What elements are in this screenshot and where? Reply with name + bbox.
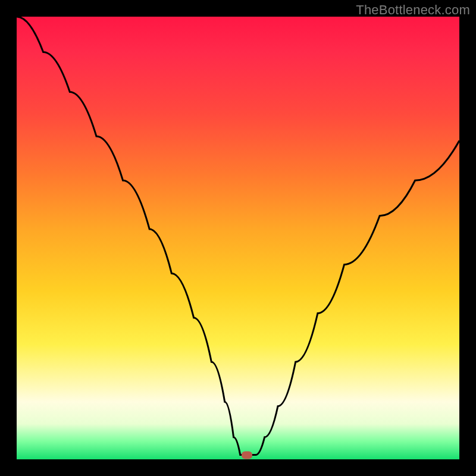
- bottleneck-marker: [242, 451, 252, 459]
- curve-path: [17, 17, 459, 455]
- watermark-label: TheBottleneck.com: [356, 2, 470, 18]
- plot-area: [17, 17, 459, 459]
- bottleneck-curve: [17, 17, 459, 459]
- chart-frame: TheBottleneck.com: [0, 0, 476, 476]
